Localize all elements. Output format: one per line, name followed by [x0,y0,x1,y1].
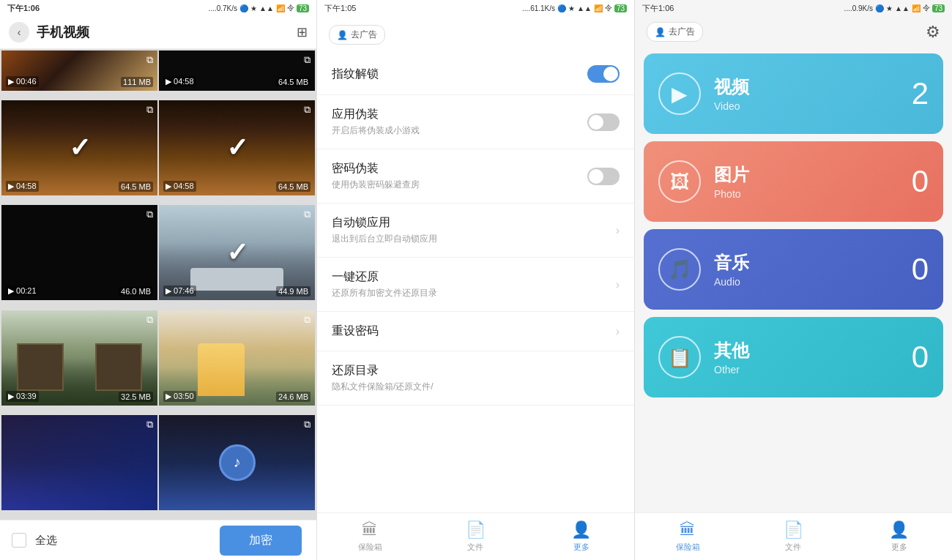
settings-subtitle-restore: 还原所有加密文件还原目录 [332,287,616,299]
vault-icon-settings: 🏛 [362,520,378,540]
video-duration: ▶ 07:46 [163,285,196,296]
panel-title: 手机视频 [37,23,297,41]
settings-item-pwd-disguise[interactable]: 密码伪装 使用伪装密码躲避查房 [317,149,634,204]
panel-footer: 全选 加密 [0,520,316,560]
select-all-checkbox[interactable] [12,533,26,548]
settings-list: 指纹解锁 应用伪装 开启后将伪装成小游戏 密码伪装 使用伪装密码躲避查房 自动锁… [317,53,634,512]
ad-badge-vault[interactable]: 👤 去广告 [647,22,703,42]
settings-item-fingerprint[interactable]: 指纹解锁 [317,53,634,95]
nav-label-files-main: 文件 [785,542,801,553]
audio-icon-circle: 🎵 [658,248,701,291]
other-title-en: Other [714,364,899,376]
video-thumb-7[interactable]: ⧉ [1,415,157,510]
video-duration: ▶ 04:58 [6,181,39,192]
vault-card-video[interactable]: ▶ 视频 Video 2 [644,53,943,134]
other-count: 0 [912,340,929,375]
settings-bottom-nav: 🏛 保险箱 📄 文件 👤 更多 [317,512,634,560]
settings-gear-icon[interactable]: ⚙ [926,23,940,42]
ad-badge-settings[interactable]: 👤 去广告 [329,25,385,45]
time-1: 下午1:06 [7,3,40,14]
video-duration: ▶ 04:58 [163,181,196,192]
nav-label-more-main: 更多 [891,542,907,553]
status-bar-3: 下午1:06 ....0.9K/s 🔵 ★ ▲▲ 📶 令 73 [635,0,952,16]
settings-title-pwd-disguise: 密码伪装 [332,161,587,176]
video-thumb-partial-1[interactable]: ⧉ ▶ 00:46 111 MB [1,51,157,91]
vault-header: 👤 去广告 ⚙ [635,16,952,48]
nav-item-vault-main[interactable]: 🏛 保险箱 [635,515,740,559]
video-size: 24.6 MB [276,392,310,402]
other-title-cn: 其他 [714,339,899,362]
signal-2: ....61.1K/s 🔵 ★ ▲▲ 📶 令 73 [522,3,627,13]
video-duration: ▶ 03:39 [6,391,39,402]
video-icon-circle: ▶ [658,72,701,115]
video-size: 46.0 MB [119,286,153,296]
video-thumb-8[interactable]: ♪ ⧉ [159,415,315,510]
settings-item-reset-pwd[interactable]: 重设密码 › [317,312,634,351]
ad-badge-container: 👤 去广告 [317,16,634,53]
frame-icon: ⧉ [146,314,153,326]
video-title-en: Video [714,100,899,112]
settings-title-app-disguise: 应用伪装 [332,107,587,122]
checkmark-1: ✓ [69,132,91,163]
encrypt-button[interactable]: 加密 [220,526,302,556]
grid-icon[interactable]: ⊞ [297,24,308,40]
checkmark-4: ✓ [226,237,248,268]
video-duration: ▶ 00:46 [6,76,39,87]
frame-icon: ⧉ [304,419,310,430]
vault-bottom-nav: 🏛 保险箱 📄 文件 👤 更多 [635,512,952,560]
panel-settings: 下午1:05 ....61.1K/s 🔵 ★ ▲▲ 📶 令 73 👤 去广告 指… [317,0,635,560]
toggle-fingerprint[interactable] [587,65,620,83]
settings-title-auto-lock: 自动锁应用 [332,215,616,231]
settings-title-restore: 一键还原 [332,269,616,285]
vault-card-other[interactable]: 📋 其他 Other 0 [644,317,943,397]
settings-item-restore[interactable]: 一键还原 还原所有加密文件还原目录 › [317,258,634,312]
nav-item-more-settings[interactable]: 👤 更多 [529,515,634,559]
video-thumb-4[interactable]: ✓ ⧉ ▶ 07:46 44.9 MB [159,205,315,300]
toggle-app-disguise[interactable] [587,113,620,131]
files-icon-settings: 📄 [466,520,486,540]
status-bar-1: 下午1:06 ....0.7K/s 🔵 ★ ▲▲ 📶 令 73 [0,0,316,16]
nav-label-vault-settings: 保险箱 [358,542,382,553]
video-thumb-3[interactable]: ⧉ ▶ 00:21 46.0 MB [1,205,157,300]
video-thumb-partial-2[interactable]: ⧉ ▶ 04:58 64.5 MB [159,51,315,91]
video-thumb-5[interactable]: ⧉ ▶ 03:39 32.5 MB [1,310,157,406]
panel-header: ‹ 手机视频 ⊞ [0,16,316,49]
nav-item-vault-settings[interactable]: 🏛 保险箱 [317,515,423,559]
frame-icon: ⧉ [146,104,153,116]
video-thumb-6[interactable]: ⧉ ▶ 03:50 24.6 MB [159,310,315,406]
more-icon-main: 👤 [889,520,909,540]
vault-card-photo[interactable]: 🖼 图片 Photo 0 [644,141,943,222]
nav-item-files-settings[interactable]: 📄 文件 [423,515,528,559]
other-icon: 📋 [668,346,691,369]
video-duration: ▶ 00:21 [6,285,39,296]
frame-icon: ⧉ [146,419,153,430]
settings-title-restore-dir: 还原目录 [332,363,620,378]
video-thumb-2[interactable]: ✓ ⧉ ▶ 04:58 64.5 MB [159,100,315,195]
video-thumb-1[interactable]: ✓ ⧉ ▶ 04:58 64.5 MB [1,100,157,195]
vault-card-audio[interactable]: 🎵 音乐 Audio 0 [644,229,943,310]
back-button[interactable]: ‹ [9,22,29,42]
nav-item-more-main[interactable]: 👤 更多 [847,515,952,559]
video-size: 44.9 MB [276,286,310,296]
nav-label-vault-main: 保险箱 [676,542,700,553]
more-icon-settings: 👤 [571,520,591,540]
signal-1: ....0.7K/s 🔵 ★ ▲▲ 📶 令 73 [209,3,309,13]
panel-vault: 下午1:06 ....0.9K/s 🔵 ★ ▲▲ 📶 令 73 👤 去广告 ⚙ … [635,0,952,560]
nav-item-files-main[interactable]: 📄 文件 [740,515,846,559]
music-icon: 🎵 [668,258,691,281]
video-size: 64.5 MB [119,182,153,192]
toggle-pwd-disguise[interactable] [587,168,620,185]
vault-icon-main: 🏛 [680,520,696,540]
settings-item-auto-lock[interactable]: 自动锁应用 退出到后台立即自动锁应用 › [317,204,634,258]
nav-label-files-settings: 文件 [467,542,483,553]
files-icon-main: 📄 [784,520,803,540]
person-icon: 👤 [337,30,348,40]
settings-subtitle-pwd-disguise: 使用伪装密码躲避查房 [332,179,587,191]
settings-item-restore-dir[interactable]: 还原目录 隐私文件保险箱/还原文件/ [317,351,634,406]
frame-icon: ⧉ [304,209,310,220]
frame-icon: ⧉ [304,314,310,326]
photo-icon-circle: 🖼 [658,160,701,203]
settings-item-app-disguise[interactable]: 应用伪装 开启后将伪装成小游戏 [317,95,634,149]
select-all-label: 全选 [35,534,211,548]
video-duration: ▶ 03:50 [163,391,196,402]
